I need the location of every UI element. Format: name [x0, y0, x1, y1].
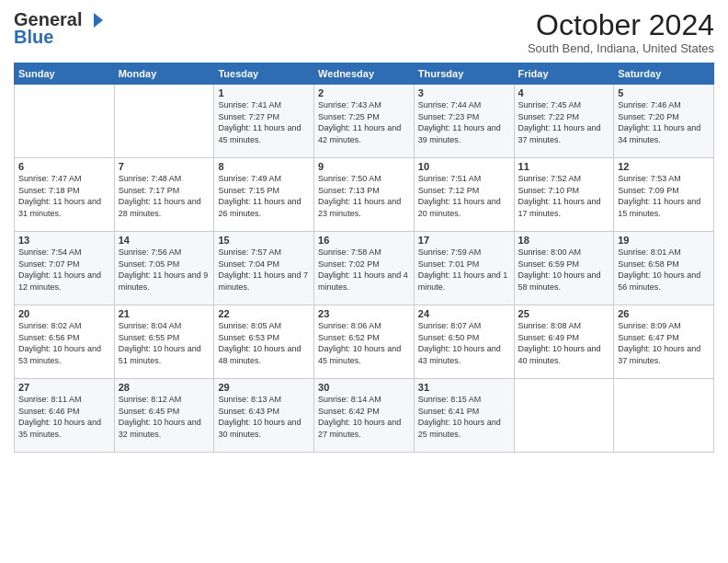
cell-info: Sunrise: 7:53 AM Sunset: 7:09 PM Dayligh… [618, 173, 710, 219]
col-header-wednesday: Wednesday [314, 63, 415, 85]
col-header-saturday: Saturday [614, 63, 714, 85]
day-number: 6 [18, 161, 110, 172]
location: South Bend, Indiana, United States [528, 41, 714, 55]
cell-2-1: 6Sunrise: 7:47 AM Sunset: 7:18 PM Daylig… [15, 158, 115, 232]
month-title: October 2024 [528, 9, 714, 41]
day-number: 29 [218, 382, 310, 393]
cell-3-6: 18Sunrise: 8:00 AM Sunset: 6:59 PM Dayli… [514, 232, 614, 305]
cell-5-1: 27Sunrise: 8:11 AM Sunset: 6:46 PM Dayli… [15, 379, 115, 453]
day-number: 31 [418, 382, 510, 393]
cell-2-5: 10Sunrise: 7:51 AM Sunset: 7:12 PM Dayli… [414, 158, 514, 232]
cell-2-4: 9Sunrise: 7:50 AM Sunset: 7:13 PM Daylig… [314, 158, 415, 232]
cell-info: Sunrise: 8:00 AM Sunset: 6:59 PM Dayligh… [518, 247, 610, 293]
cell-5-7 [614, 379, 714, 453]
cell-info: Sunrise: 8:09 AM Sunset: 6:47 PM Dayligh… [618, 320, 710, 366]
day-number: 17 [418, 235, 510, 246]
cell-info: Sunrise: 7:41 AM Sunset: 7:27 PM Dayligh… [218, 99, 310, 145]
week-row-4: 20Sunrise: 8:02 AM Sunset: 6:56 PM Dayli… [15, 305, 714, 379]
day-number: 7 [119, 161, 210, 172]
header: General Blue October 2024 South Bend, In… [14, 9, 714, 55]
cell-4-6: 25Sunrise: 8:08 AM Sunset: 6:49 PM Dayli… [514, 305, 614, 379]
cell-info: Sunrise: 7:50 AM Sunset: 7:13 PM Dayligh… [318, 173, 410, 219]
day-number: 15 [218, 235, 310, 246]
day-number: 1 [218, 87, 310, 98]
week-row-3: 13Sunrise: 7:54 AM Sunset: 7:07 PM Dayli… [15, 232, 714, 305]
col-header-sunday: Sunday [15, 63, 115, 85]
cell-3-4: 16Sunrise: 7:58 AM Sunset: 7:02 PM Dayli… [314, 232, 415, 305]
cell-info: Sunrise: 7:48 AM Sunset: 7:17 PM Dayligh… [119, 173, 210, 219]
col-header-tuesday: Tuesday [214, 63, 314, 85]
cell-5-4: 30Sunrise: 8:14 AM Sunset: 6:42 PM Dayli… [314, 379, 415, 453]
cell-info: Sunrise: 8:13 AM Sunset: 6:43 PM Dayligh… [218, 394, 310, 440]
day-number: 23 [318, 308, 410, 319]
cell-info: Sunrise: 8:04 AM Sunset: 6:55 PM Dayligh… [119, 320, 210, 366]
cell-info: Sunrise: 8:14 AM Sunset: 6:42 PM Dayligh… [318, 394, 410, 440]
cell-5-2: 28Sunrise: 8:12 AM Sunset: 6:45 PM Dayli… [114, 379, 214, 453]
cell-info: Sunrise: 7:58 AM Sunset: 7:02 PM Dayligh… [318, 247, 410, 293]
day-number: 21 [119, 308, 210, 319]
day-number: 24 [418, 308, 510, 319]
cell-3-5: 17Sunrise: 7:59 AM Sunset: 7:01 PM Dayli… [414, 232, 514, 305]
cell-1-2 [114, 85, 214, 158]
cell-info: Sunrise: 7:47 AM Sunset: 7:18 PM Dayligh… [18, 173, 110, 219]
title-block: October 2024 South Bend, Indiana, United… [528, 9, 714, 55]
cell-info: Sunrise: 7:52 AM Sunset: 7:10 PM Dayligh… [518, 173, 610, 219]
cell-2-7: 12Sunrise: 7:53 AM Sunset: 7:09 PM Dayli… [614, 158, 714, 232]
cell-4-1: 20Sunrise: 8:02 AM Sunset: 6:56 PM Dayli… [15, 305, 115, 379]
cell-info: Sunrise: 8:05 AM Sunset: 6:53 PM Dayligh… [218, 320, 310, 366]
cell-1-3: 1Sunrise: 7:41 AM Sunset: 7:27 PM Daylig… [214, 85, 314, 158]
day-number: 11 [518, 161, 610, 172]
cell-info: Sunrise: 8:01 AM Sunset: 6:58 PM Dayligh… [618, 247, 710, 293]
col-header-friday: Friday [514, 63, 614, 85]
day-number: 4 [518, 87, 610, 98]
day-number: 8 [218, 161, 310, 172]
day-number: 27 [18, 382, 110, 393]
cell-4-2: 21Sunrise: 8:04 AM Sunset: 6:55 PM Dayli… [114, 305, 214, 379]
cell-4-7: 26Sunrise: 8:09 AM Sunset: 6:47 PM Dayli… [614, 305, 714, 379]
day-number: 9 [318, 161, 410, 172]
cell-info: Sunrise: 7:45 AM Sunset: 7:22 PM Dayligh… [518, 99, 610, 145]
day-number: 2 [318, 87, 410, 98]
cell-2-2: 7Sunrise: 7:48 AM Sunset: 7:17 PM Daylig… [114, 158, 214, 232]
cell-1-6: 4Sunrise: 7:45 AM Sunset: 7:22 PM Daylig… [514, 85, 614, 158]
cell-3-3: 15Sunrise: 7:57 AM Sunset: 7:04 PM Dayli… [214, 232, 314, 305]
cell-info: Sunrise: 8:15 AM Sunset: 6:41 PM Dayligh… [418, 394, 510, 440]
header-row: SundayMondayTuesdayWednesdayThursdayFrid… [15, 63, 714, 85]
cell-info: Sunrise: 7:56 AM Sunset: 7:05 PM Dayligh… [119, 247, 210, 293]
cell-info: Sunrise: 7:51 AM Sunset: 7:12 PM Dayligh… [418, 173, 510, 219]
day-number: 30 [318, 382, 410, 393]
day-number: 28 [119, 382, 210, 393]
calendar-table: SundayMondayTuesdayWednesdayThursdayFrid… [14, 63, 714, 453]
day-number: 26 [618, 308, 710, 319]
day-number: 19 [618, 235, 710, 246]
week-row-1: 1Sunrise: 7:41 AM Sunset: 7:27 PM Daylig… [15, 85, 714, 158]
cell-info: Sunrise: 8:11 AM Sunset: 6:46 PM Dayligh… [18, 394, 110, 440]
cell-1-4: 2Sunrise: 7:43 AM Sunset: 7:25 PM Daylig… [314, 85, 415, 158]
col-header-monday: Monday [114, 63, 214, 85]
cell-info: Sunrise: 7:43 AM Sunset: 7:25 PM Dayligh… [318, 99, 410, 145]
cell-5-5: 31Sunrise: 8:15 AM Sunset: 6:41 PM Dayli… [414, 379, 514, 453]
day-number: 16 [318, 235, 410, 246]
cell-3-2: 14Sunrise: 7:56 AM Sunset: 7:05 PM Dayli… [114, 232, 214, 305]
cell-info: Sunrise: 8:08 AM Sunset: 6:49 PM Dayligh… [518, 320, 610, 366]
cell-4-5: 24Sunrise: 8:07 AM Sunset: 6:50 PM Dayli… [414, 305, 514, 379]
day-number: 3 [418, 87, 510, 98]
logo-blue: Blue [14, 27, 53, 48]
logo: General Blue [14, 9, 104, 48]
cell-4-3: 22Sunrise: 8:05 AM Sunset: 6:53 PM Dayli… [214, 305, 314, 379]
day-number: 22 [218, 308, 310, 319]
cell-info: Sunrise: 8:12 AM Sunset: 6:45 PM Dayligh… [119, 394, 210, 440]
cell-2-3: 8Sunrise: 7:49 AM Sunset: 7:15 PM Daylig… [214, 158, 314, 232]
page: General Blue October 2024 South Bend, In… [0, 0, 728, 563]
week-row-2: 6Sunrise: 7:47 AM Sunset: 7:18 PM Daylig… [15, 158, 714, 232]
day-number: 10 [418, 161, 510, 172]
cell-1-7: 5Sunrise: 7:46 AM Sunset: 7:20 PM Daylig… [614, 85, 714, 158]
logo-icon [84, 10, 104, 30]
cell-2-6: 11Sunrise: 7:52 AM Sunset: 7:10 PM Dayli… [514, 158, 614, 232]
day-number: 14 [119, 235, 210, 246]
cell-5-6 [514, 379, 614, 453]
cell-info: Sunrise: 7:46 AM Sunset: 7:20 PM Dayligh… [618, 99, 710, 145]
cell-info: Sunrise: 7:54 AM Sunset: 7:07 PM Dayligh… [18, 247, 110, 293]
cell-info: Sunrise: 7:44 AM Sunset: 7:23 PM Dayligh… [418, 99, 510, 145]
cell-info: Sunrise: 8:07 AM Sunset: 6:50 PM Dayligh… [418, 320, 510, 366]
